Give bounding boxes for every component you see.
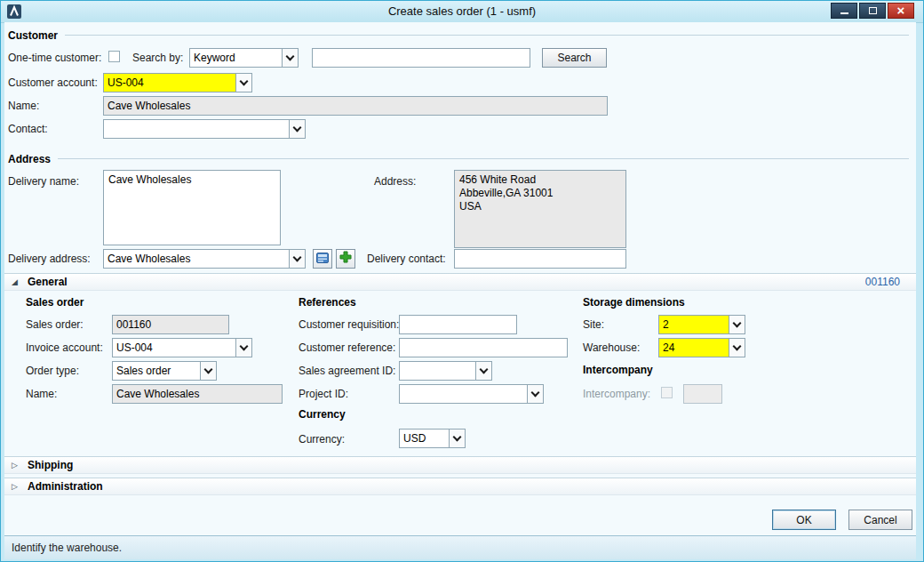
invoice-account-dropdown-button[interactable] <box>235 339 251 357</box>
chevron-down-icon <box>531 389 540 397</box>
warehouse-label: Warehouse: <box>583 341 640 354</box>
sales-agreement-label: Sales agreement ID: <box>299 365 395 377</box>
customer-reference-label: Customer reference: <box>299 341 395 354</box>
delivery-contact-label: Delivery contact: <box>367 253 446 265</box>
references-group-header: References <box>299 296 356 309</box>
storage-dimensions-group-header: Storage dimensions <box>583 296 685 309</box>
one-time-customer-checkbox[interactable] <box>108 51 120 62</box>
order-type-dropdown-button[interactable] <box>200 362 216 380</box>
general-section-header[interactable]: General 001160 <box>4 273 916 291</box>
contact-label: Contact: <box>8 123 48 135</box>
search-by-combobox[interactable]: Keyword <box>189 48 299 68</box>
contact-value <box>104 120 289 138</box>
administration-section-title: Administration <box>28 480 103 493</box>
maximize-icon <box>869 7 877 14</box>
customer-account-value: US-004 <box>104 74 235 92</box>
search-by-value: Keyword <box>190 49 282 67</box>
status-bar: Identify the warehouse. <box>4 535 916 559</box>
delivery-address-combobox[interactable]: Cave Wholesales <box>103 249 306 269</box>
maximize-button[interactable] <box>859 3 886 19</box>
project-id-label: Project ID: <box>299 388 348 400</box>
currency-label: Currency: <box>299 433 345 446</box>
chevron-down-icon <box>204 365 213 374</box>
search-button[interactable]: Search <box>542 48 607 68</box>
divider-line <box>65 35 909 36</box>
project-id-dropdown-button[interactable] <box>527 385 543 403</box>
address-label: Address: <box>374 175 416 188</box>
add-delivery-address-button[interactable] <box>336 249 355 269</box>
warehouse-value: 24 <box>659 339 729 357</box>
general-name-field: Cave Wholesales <box>112 384 283 404</box>
status-text: Identify the warehouse. <box>12 542 916 554</box>
administration-section-header[interactable]: Administration <box>4 478 916 495</box>
currency-group-header: Currency <box>299 408 346 421</box>
chevron-down-icon <box>733 319 742 328</box>
chevron-down-icon <box>453 433 462 442</box>
warehouse-combobox[interactable]: 24 <box>658 338 745 357</box>
close-button[interactable] <box>888 3 914 19</box>
delivery-address-label: Delivery address: <box>8 253 91 265</box>
expanded-triangle-icon <box>12 277 23 286</box>
title-bar[interactable]: Create sales order (1 - usmf) <box>1 1 923 23</box>
chevron-down-icon <box>293 124 302 132</box>
currency-dropdown-button[interactable] <box>449 430 465 447</box>
delivery-contact-input[interactable] <box>454 249 626 269</box>
site-combobox[interactable]: 2 <box>658 315 745 334</box>
general-section-title: General <box>28 276 68 288</box>
minimize-icon <box>840 12 848 14</box>
contact-dropdown-button[interactable] <box>289 120 305 138</box>
address-section-title: Address <box>8 153 51 165</box>
collapsed-triangle-icon <box>12 482 23 491</box>
plus-icon <box>339 251 352 267</box>
customer-reference-input[interactable] <box>399 338 568 357</box>
intercompany-label: Intercompany: <box>583 388 650 400</box>
ok-button[interactable]: OK <box>772 510 836 530</box>
customer-account-label: Customer account: <box>8 76 98 89</box>
customer-account-combobox[interactable]: US-004 <box>103 73 252 92</box>
intercompany-checkbox <box>661 387 673 398</box>
currency-combobox[interactable]: USD <box>399 429 466 448</box>
customer-section-header: Customer <box>8 28 909 42</box>
customer-account-dropdown-button[interactable] <box>235 74 251 92</box>
invoice-account-combobox[interactable]: US-004 <box>112 338 252 357</box>
delivery-name-field[interactable]: Cave Wholesales <box>103 170 281 245</box>
cancel-button[interactable]: Cancel <box>848 510 912 530</box>
chevron-down-icon <box>480 365 489 374</box>
address-section-header: Address <box>8 152 909 165</box>
customer-search-input[interactable] <box>312 48 530 68</box>
site-dropdown-button[interactable] <box>729 316 745 333</box>
search-by-dropdown-button[interactable] <box>282 49 298 67</box>
shipping-section-title: Shipping <box>28 459 73 471</box>
search-by-label: Search by: <box>132 52 183 64</box>
intercompany-group-header: Intercompany <box>583 364 653 376</box>
contact-combobox[interactable] <box>103 119 306 139</box>
window-title: Create sales order (1 - usmf) <box>1 4 923 18</box>
project-id-value <box>400 385 527 403</box>
delivery-address-value: Cave Wholesales <box>104 250 289 268</box>
sales-order-label: Sales order: <box>26 318 84 331</box>
chevron-down-icon <box>293 253 302 262</box>
site-value: 2 <box>659 316 729 333</box>
site-label: Site: <box>583 318 604 331</box>
delivery-address-dropdown-button[interactable] <box>289 250 305 268</box>
warehouse-dropdown-button[interactable] <box>729 339 745 357</box>
general-name-label: Name: <box>26 388 57 400</box>
project-id-combobox[interactable] <box>399 384 544 404</box>
sales-order-group-header: Sales order <box>26 296 84 309</box>
customer-requisition-input[interactable] <box>399 315 517 334</box>
sales-agreement-dropdown-button[interactable] <box>475 362 491 380</box>
divider-line <box>58 158 909 159</box>
shipping-section-header[interactable]: Shipping <box>4 456 916 474</box>
chevron-down-icon <box>240 77 249 86</box>
sales-agreement-combobox[interactable] <box>399 361 492 381</box>
edit-delivery-address-button[interactable] <box>313 249 332 269</box>
record-id: 001160 <box>865 276 900 288</box>
order-type-value: Sales order <box>113 362 200 380</box>
chevron-down-icon <box>240 342 249 351</box>
order-type-label: Order type: <box>26 365 79 377</box>
customer-requisition-label: Customer requisition: <box>299 318 399 331</box>
minimize-button[interactable] <box>831 3 857 19</box>
one-time-customer-label: One-time customer: <box>8 52 101 64</box>
order-type-combobox[interactable]: Sales order <box>112 361 217 381</box>
collapsed-triangle-icon <box>12 461 23 470</box>
